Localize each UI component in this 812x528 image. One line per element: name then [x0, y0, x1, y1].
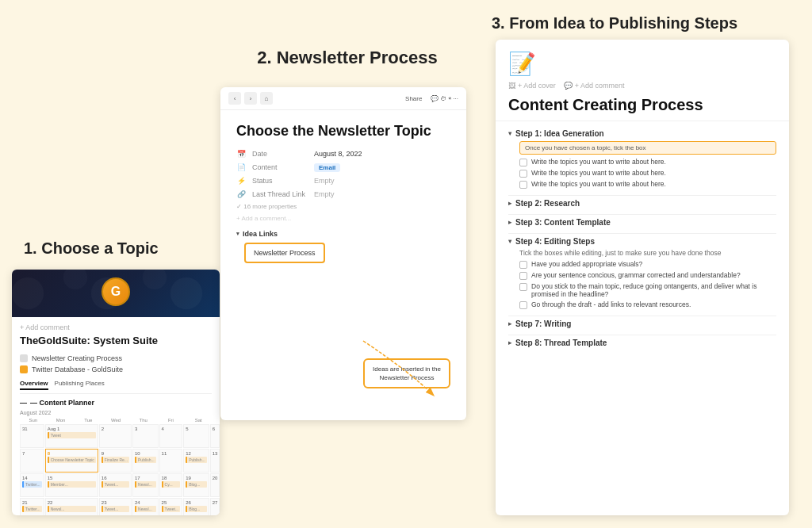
divider-2 [508, 214, 776, 215]
idea-links-label: Idea Links [243, 230, 278, 238]
prop-date: 📅 Date August 8, 2022 [236, 149, 450, 159]
step-8-arrow: ▸ [508, 339, 511, 346]
cal-cell-5[interactable]: 5 [183, 424, 209, 448]
menu-newsletter-label: Newsletter Creating Process [32, 354, 122, 362]
forward-btn[interactable]: › [244, 92, 257, 105]
step-4-arrow: ▾ [508, 238, 511, 245]
star-icon [20, 365, 28, 373]
cal-cell-10[interactable]: 10Publish... [132, 449, 159, 473]
checkbox-2-text: Write the topics you want to write about… [531, 169, 666, 177]
cal-cell-17[interactable]: 17Newsl... [132, 473, 159, 497]
prop-thread: 🔗 Last Thread Link Empty [236, 189, 450, 199]
cal-cell-15[interactable]: 15Member... [45, 473, 98, 497]
panel1-menu-newsletter[interactable]: Newsletter Creating Process [20, 353, 212, 364]
cal-cell-16[interactable]: 16Tweet... [99, 473, 132, 497]
date-icon: 📅 [236, 149, 246, 159]
prop-content-label: Content [252, 163, 308, 171]
prop-thread-value: Empty [314, 190, 335, 198]
panel-newsletter-process: ‹ › ⌂ Share 💬 ⏱ ☆ ··· Choose the Newslet… [220, 87, 466, 420]
idea-links-toggle[interactable]: ▾ Idea Links [236, 230, 450, 238]
section-label-3: 3. From Idea to Publishing Steps [492, 14, 737, 33]
panel1-header: G [12, 270, 220, 317]
cal-cell-8[interactable]: 8Choose Newsletter Topic [45, 449, 98, 473]
menu-twitter-label: Twitter Database - GoldSuite [32, 365, 123, 373]
toggle-arrow: ▾ [236, 231, 239, 237]
newsletter-process-label: Newsletter Process [254, 249, 316, 257]
checkbox-1: Write the topics you want to write about… [519, 158, 776, 166]
cal-cell-27[interactable]: 27 [210, 498, 220, 515]
cal-cell-22[interactable]: 22Newsl... [45, 498, 98, 515]
cal-cell-24[interactable]: 24Newsl... [132, 498, 159, 515]
step-8-header[interactable]: ▸ Step 8: Thread Template [508, 339, 776, 347]
step-1-section: ▾ Step 1: Idea Generation Once you have … [508, 129, 776, 189]
tab-publishing[interactable]: Publishing Places [55, 380, 105, 390]
cal-cell-12[interactable]: 12Publish... [183, 449, 209, 473]
back-btn[interactable]: ‹ [228, 92, 241, 105]
step4-cb4-box[interactable] [519, 301, 527, 309]
panel2-toolbar: ‹ › ⌂ Share 💬 ⏱ ☆ ··· [220, 87, 466, 110]
cal-sat: Sat [185, 418, 212, 423]
step-7-header[interactable]: ▸ Step 7: Writing [508, 319, 776, 328]
content-icon: 📄 [236, 163, 246, 172]
step-3-header[interactable]: ▸ Step 3: Content Template [508, 218, 776, 227]
add-comment-row[interactable]: + Add a comment... [236, 215, 450, 222]
step-1-header[interactable]: ▾ Step 1: Idea Generation [508, 129, 776, 138]
newsletter-process-box[interactable]: Newsletter Process [244, 243, 325, 263]
cal-cell-9[interactable]: 9Finalize Re... [99, 449, 132, 473]
logo-icon: G [102, 277, 130, 306]
share-label[interactable]: Share [405, 95, 422, 102]
cal-wed: Wed [102, 418, 129, 423]
cal-cell-6[interactable]: 6 [210, 424, 220, 448]
step-2-label: Step 2: Research [515, 199, 580, 208]
cal-cell-4[interactable]: 4 [159, 424, 183, 448]
panel1-title: TheGoldSuite: System Suite [20, 335, 212, 346]
prop-content: 📄 Content Email [236, 163, 450, 172]
prop-status: ⚡ Status Empty [236, 176, 450, 186]
cal-cell-20[interactable]: 20 [210, 473, 220, 497]
step-4-header[interactable]: ▾ Step 4: Editing Steps [508, 237, 776, 246]
step4-cb2-box[interactable] [519, 272, 527, 280]
cal-cell-26[interactable]: 26Blog... [183, 498, 209, 515]
panel1-body: + Add comment TheGoldSuite: System Suite… [12, 317, 220, 515]
cal-cell-25[interactable]: 25Tweet... [159, 498, 183, 515]
step-8-section: ▸ Step 8: Thread Template [508, 339, 776, 347]
add-comment-label: + Add comment [575, 82, 625, 90]
step4-cb3-box[interactable] [519, 283, 527, 291]
checkbox-2-box[interactable] [519, 170, 527, 178]
cal-cell-19[interactable]: 19Blog... [183, 473, 209, 497]
step-7-arrow: ▸ [508, 320, 511, 327]
more-props[interactable]: ✓ 16 more properties [236, 203, 450, 210]
panel1-add-comment[interactable]: + Add comment [20, 323, 212, 331]
cal-cell-7[interactable]: 7 [20, 449, 44, 473]
callout-text: Ideas are inserted in the Newsletter Pro… [373, 365, 441, 381]
cal-cell-11[interactable]: 11 [159, 449, 183, 473]
cal-cell-21[interactable]: 21Twitter... [20, 498, 44, 515]
cal-cell-18[interactable]: 18Cy... [159, 473, 183, 497]
prop-date-value: August 8, 2022 [314, 150, 362, 158]
cal-cell-14[interactable]: 14Twitter... [20, 473, 44, 497]
step4-cb1-box[interactable] [519, 261, 527, 269]
calendar-grid: Sun Mon Tue Wed Thu Fri Sat 31 Aug 1Twee… [20, 418, 212, 515]
checkbox-1-text: Write the topics you want to write about… [531, 158, 666, 166]
callout-box: Ideas are inserted in the Newsletter Pro… [363, 358, 450, 388]
step-2-header[interactable]: ▸ Step 2: Research [508, 199, 776, 208]
cal-cell-3[interactable]: 3 [132, 424, 159, 448]
panel2-content: Choose the Newsletter Topic 📅 Date Augus… [220, 110, 466, 276]
checkbox-1-box[interactable] [519, 159, 527, 166]
cal-cell-1[interactable]: Aug 1Tweet [45, 424, 98, 448]
cal-cell-2[interactable]: 2 [99, 424, 132, 448]
panel1-menu-twitter[interactable]: Twitter Database - GoldSuite [20, 364, 212, 375]
panel-choose-topic: G + Add comment TheGoldSuite: System Sui… [12, 270, 220, 515]
cal-cell-31[interactable]: 31 [20, 424, 44, 448]
add-comment-btn[interactable]: 💬 + Add comment [564, 82, 625, 90]
add-cover-btn[interactable]: 🖼 + Add cover [508, 82, 556, 90]
home-btn[interactable]: ⌂ [260, 92, 273, 105]
cal-cell-23[interactable]: 23Tweet... [99, 498, 132, 515]
panel1-tabs: Overview Publishing Places [20, 380, 212, 394]
panel3-body: ▾ Step 1: Idea Generation Once you have … [496, 121, 789, 362]
tab-overview[interactable]: Overview [20, 380, 48, 390]
cal-cell-13[interactable]: 13 [210, 449, 220, 473]
cal-fri: Fri [158, 418, 185, 423]
checkbox-3-box[interactable] [519, 181, 527, 189]
notebook-icon: 📝 [508, 51, 776, 77]
